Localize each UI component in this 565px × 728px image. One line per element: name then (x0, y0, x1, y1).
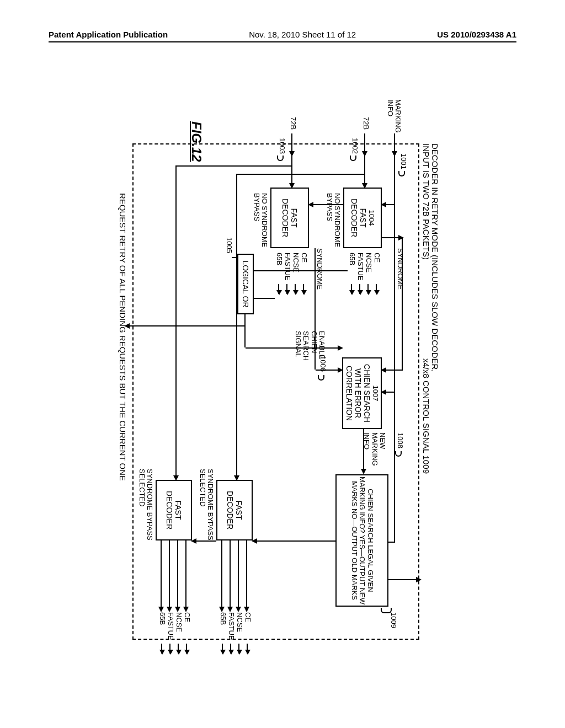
ref-1003: 1003 (278, 138, 286, 154)
logical-or-label: LOGICAL OR (241, 260, 250, 307)
out-d1 (185, 540, 186, 611)
ref1005-leader (232, 257, 237, 258)
ref-1004: 1004 (367, 210, 375, 226)
legal-down-arr2 (192, 540, 195, 542)
sig-stack-b: CE NCSE FASTUE 65B (275, 253, 308, 294)
syndrome-bypass-d: SYNDROME BYPASS SELECTED (137, 469, 153, 540)
sig-65b-a: 65B (348, 253, 356, 294)
or-in-b (254, 298, 275, 299)
marking-info-in: MARKING INFO (386, 99, 402, 133)
ref-1008: 1008 (396, 432, 404, 448)
sig-ce-a: CE (372, 253, 381, 294)
sig-fastue-d: FASTUE (166, 612, 174, 654)
out-d4 (161, 540, 162, 611)
title-line1: DECODER IN RETRY MODE (INCLUDES SLOW DEC… (430, 143, 440, 372)
sig-stack-a: CE NCSE FASTUE 65B (348, 253, 381, 294)
fast-decoder-d: FAST DECODER (156, 480, 192, 540)
out-c2 (238, 540, 239, 611)
sig-fastue-b: FASTUE (283, 253, 291, 294)
fast-decoder-b-label: FAST DECODER (281, 189, 299, 247)
chien-legal-label: CHIEN SEARCH LEGAL GIVEN MARKING INFO? Y… (350, 475, 375, 606)
in-72b-a: 72B (362, 117, 370, 130)
feed-b-down (177, 165, 292, 167)
syndrome-a-drop (382, 370, 403, 371)
out-d3 (169, 540, 170, 611)
out-c1 (246, 540, 247, 611)
sig-stack-d: CE NCSE FASTUE 65B (158, 612, 191, 654)
legal-down-arr1 (253, 540, 256, 542)
title-line2: INPUT IS TWO 72B PACKETS) (422, 143, 431, 260)
no-syndrome-bypass-a: NO SYNDROME BYPASS (325, 193, 341, 247)
ref-1006: 1006 (319, 356, 327, 372)
syndrome-b: SYNDROME (316, 248, 323, 290)
header-center: Nov. 18, 2010 Sheet 11 of 12 (249, 30, 356, 39)
sig-ce-d: CE (183, 612, 191, 654)
sig-ce-c: CE (243, 612, 252, 654)
or-in-a (254, 270, 348, 271)
chien-corr-label: CHIEN SEARCH WITH ERROR CORRELATION (345, 358, 371, 428)
ref-1005: 1005 (225, 237, 233, 253)
figure-label: FIG.12 (189, 121, 204, 162)
syndrome-up-a (382, 237, 403, 238)
figure-rotated: DECODER IN RETRY MODE (INCLUDES SLOW DEC… (0, 138, 565, 612)
sig-ncse-b: NCSE (291, 253, 300, 294)
in-72b-b: 72B (289, 117, 297, 130)
sig-ncse-d: NCSE (174, 612, 183, 654)
sig-65b-d: 65B (158, 612, 166, 654)
sig-ncse-c: NCSE (235, 612, 243, 654)
fast-decoder-a-label: FAST DECODER (350, 189, 367, 247)
arrow-72b-b (291, 133, 292, 156)
fast-decoder-c: FAST DECODER (216, 480, 253, 540)
bus-marking (394, 156, 395, 542)
header-right: US 2010/0293438 A1 (437, 30, 516, 39)
feed-b-right (175, 165, 177, 480)
sig-ce-b: CE (300, 253, 308, 294)
arrow-72b-a (364, 133, 365, 156)
chien-legal: CHIEN SEARCH LEGAL GIVEN MARKING INFO? Y… (335, 474, 388, 607)
sig-fastue-c: FASTUE (227, 612, 235, 654)
ref-1007: 1007 (371, 386, 379, 402)
ref-1009: 1009 (390, 612, 397, 628)
feed-a-down (237, 174, 365, 175)
arrow-marking-in (394, 133, 395, 156)
brace-1009 (381, 608, 392, 613)
sig-65b-c: 65B (218, 612, 227, 654)
syndrome-a-bus (402, 237, 403, 370)
chien-search-corr: 1007 CHIEN SEARCH WITH ERROR CORRELATION (342, 357, 382, 429)
legal-out-top (388, 579, 420, 580)
feed-a-right (236, 174, 237, 480)
request-retry: REQUEST RETRY OF ALL PENDING REQUESTS BU… (118, 193, 127, 481)
fast-decoder-b: FAST DECODER (270, 188, 309, 248)
control-signal-label: x4/x8 CONTROL SIGNAL 1009 (422, 358, 431, 474)
out-d2 (177, 540, 178, 611)
header-left: Patent Application Publication (49, 30, 168, 39)
drop-mark-chien (382, 392, 395, 393)
fast-decoder-d-label: FAST DECODER (165, 481, 183, 539)
ref-1001: 1001 (399, 153, 407, 169)
page-header: Patent Application Publication Nov. 18, … (49, 30, 516, 42)
fast-decoder-a: 1004 FAST DECODER (343, 188, 382, 248)
new-marking-label: NEW MARKING INFO (363, 432, 386, 466)
ref-1002: 1002 (351, 138, 359, 154)
no-syndrome-bypass-b: NO SYNDROME BYPASS (252, 193, 268, 247)
out-c4 (221, 540, 222, 611)
or-down (132, 325, 246, 326)
sig-ncse-a: NCSE (364, 253, 372, 294)
or-out (244, 314, 246, 347)
logical-or: LOGICAL OR (237, 254, 254, 314)
sig-fastue-a: FASTUE (356, 253, 364, 294)
fast-decoder-c-label: FAST DECODER (226, 481, 243, 539)
sig-stack-c: CE NCSE FASTUE 65B (218, 612, 252, 654)
syndrome-bypass-c: SYNDROME BYPASS SELECTED (198, 469, 214, 540)
legal-down (253, 540, 335, 542)
sig-65b-b: 65B (275, 253, 283, 294)
out-c3 (230, 540, 231, 611)
